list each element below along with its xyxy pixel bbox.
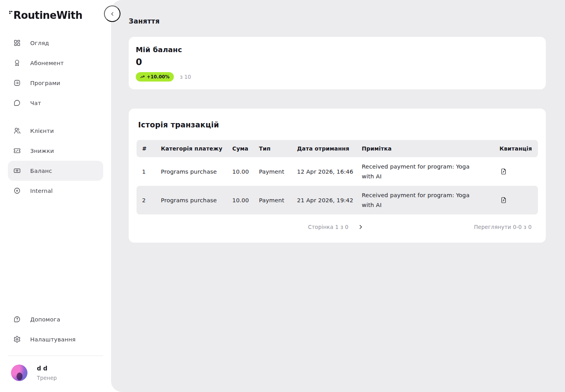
column-header-date: Дата отримання [292,145,357,152]
trending-up-icon [140,74,145,79]
sidebar-collapse-button[interactable] [104,5,120,22]
column-header-category: Категорія платежу [156,145,228,152]
sidebar-item-label: Абонемент [30,60,64,66]
sidebar-item-chat[interactable]: Чат [8,93,103,113]
balance-card: Мій баланс 0 +10.00% з 10 [129,37,546,89]
pagination-range-label: Переглянути 0-0 з 0 [474,224,532,230]
column-header-note: Примітка [357,145,490,152]
transactions-title: Історія транзакцій [138,120,536,129]
cell-type: Payment [254,197,292,203]
receipt-download-button[interactable] [499,167,508,176]
balance-change-badge: +10.00% [136,72,174,82]
sidebar-item-balance[interactable]: Баланс [8,161,103,181]
chevron-right-icon [357,224,364,230]
program-list-icon [13,79,21,87]
receipt-download-button[interactable] [499,196,508,204]
page-title: Заняття [129,17,546,25]
sidebar-item-label: Допомога [30,316,60,323]
profile-card[interactable]: d d Тренер [8,365,103,381]
pdf-file-icon [500,168,507,175]
ticket-percent-icon [13,147,21,154]
cell-category: Programs purchase [156,169,228,175]
app-logo: RoutineWith [9,9,103,24]
sidebar-item-label: Internal [30,188,53,194]
table-header-row: # Категорія платежу Сума Тип Дата отрима… [137,140,538,157]
column-header-index: # [137,145,156,152]
sidebar-item-label: Клієнти [30,128,54,134]
banknote-icon [13,167,21,174]
logo-flourish-icon [9,10,13,15]
balance-change-caption: з 10 [180,74,191,80]
sidebar-item-label: Знижки [30,148,54,154]
nav-main: Огляд Абонемент Програми Чат [8,33,103,113]
nav-bottom: Допомога Налаштування [8,309,103,349]
cell-type: Payment [254,169,292,175]
balance-card-title: Мій баланс [136,45,539,54]
avatar [11,365,27,381]
award-icon [13,59,21,67]
sidebar-item-label: Налаштування [30,336,76,343]
logo-text: RoutineWith [13,9,82,21]
balance-change-text: +10.00% [147,74,170,80]
column-header-receipt: Квитанція [490,145,538,152]
balance-value: 0 [136,57,539,67]
cell-note: Received payment for program: Yoga with … [357,162,490,181]
cell-amount: 10.00 [228,169,254,175]
pagination-page-label: Сторінка 1 з 0 [308,224,348,230]
cell-date: 12 Apr 2026, 16:46 [292,169,357,175]
profile-role: Тренер [37,375,57,381]
help-bubble-icon [13,316,21,323]
sidebar-divider [8,356,103,356]
sidebar-item-clients[interactable]: Клієнти [8,121,103,141]
chevron-left-icon [109,11,115,17]
cell-date: 21 Apr 2026, 19:42 [292,197,357,203]
column-header-type: Тип [254,145,292,152]
cell-index: 1 [137,169,156,175]
pdf-file-icon [500,197,507,203]
sidebar-item-label: Баланс [30,168,52,174]
sidebar-item-internal[interactable]: Internal [8,181,103,201]
nav-secondary: Клієнти Знижки Баланс Internal [8,121,103,201]
dashboard-icon [13,39,21,47]
sidebar-item-overview[interactable]: Огляд [8,33,103,53]
sidebar-item-label: Чат [30,100,41,106]
cell-index: 2 [137,197,156,203]
sidebar-item-help[interactable]: Допомога [8,309,103,329]
cell-note: Received payment for program: Yoga with … [357,191,490,210]
cell-category: Programs purchase [156,197,228,203]
sidebar-item-programs[interactable]: Програми [8,73,103,93]
table-row: 2 Programs purchase 10.00 Payment 21 Apr… [137,186,538,214]
transactions-table: # Категорія платежу Сума Тип Дата отрима… [137,140,538,214]
users-icon [13,127,21,134]
sidebar-item-discounts[interactable]: Знижки [8,141,103,161]
column-header-amount: Сума [228,145,254,152]
sidebar-item-subscription[interactable]: Абонемент [8,53,103,73]
gear-icon [13,336,21,343]
chat-bubble-icon [13,99,21,107]
sidebar-item-label: Огляд [30,40,49,46]
disc-icon [13,187,21,194]
sidebar: RoutineWith Огляд Абонемент Програми Чат [0,0,111,392]
pagination-next-button[interactable] [355,221,366,233]
main-content: Заняття Мій баланс 0 +10.00% з 10 Історі… [111,0,565,392]
table-row: 1 Programs purchase 10.00 Payment 12 Apr… [137,157,538,186]
pagination: Сторінка 1 з 0 Переглянути 0-0 з 0 [137,220,538,234]
profile-name: d d [37,365,57,372]
transactions-card: Історія транзакцій # Категорія платежу С… [129,109,546,243]
cell-amount: 10.00 [228,197,254,203]
sidebar-item-settings[interactable]: Налаштування [8,329,103,349]
sidebar-item-label: Програми [30,80,60,86]
